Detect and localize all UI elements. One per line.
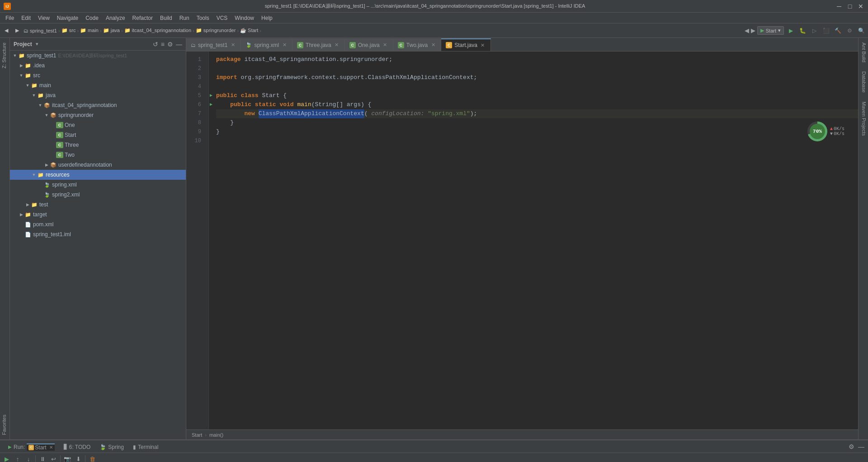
code-line-6: ▶ public static void main ( String[] arg… bbox=[216, 100, 858, 109]
tree-spring-xml[interactable]: 🍃 spring.xml bbox=[10, 180, 186, 190]
bottom-hide-icon[interactable]: — bbox=[858, 443, 864, 450]
run-tab-close[interactable]: ✕ bbox=[49, 445, 53, 450]
menu-code[interactable]: Code bbox=[82, 13, 102, 23]
breadcrumb-pkg[interactable]: 📁 itcast_04_springannotation bbox=[124, 28, 192, 33]
console-play-btn[interactable]: ▶ bbox=[2, 454, 12, 462]
breadcrumb-src[interactable]: 📁 src bbox=[61, 28, 76, 33]
structure-tab[interactable]: Z: Structure bbox=[0, 38, 9, 73]
database-tab[interactable]: Database bbox=[859, 67, 868, 97]
tree-spring2-xml[interactable]: 🍃 spring2.xml bbox=[10, 190, 186, 200]
param-hint: configLocation: bbox=[368, 109, 428, 118]
tree-test[interactable]: ▶ 📁 test bbox=[10, 200, 186, 210]
code-content[interactable]: package itcast_04_springannotation.sprin… bbox=[209, 51, 858, 429]
breadcrumb-java[interactable]: 📁 java bbox=[103, 28, 120, 33]
console-down-btn[interactable]: ↓ bbox=[24, 454, 33, 462]
menu-tools[interactable]: Tools bbox=[193, 13, 213, 23]
tree-one[interactable]: C One bbox=[10, 120, 186, 130]
menu-refactor[interactable]: Refactor bbox=[129, 13, 156, 23]
tree-resources[interactable]: ▼ 📁 resources bbox=[10, 170, 186, 180]
console-scroll-btn[interactable]: ⬇ bbox=[73, 454, 83, 462]
menu-analyze[interactable]: Analyze bbox=[102, 13, 129, 23]
menu-navigate[interactable]: Navigate bbox=[53, 13, 82, 23]
tab-three[interactable]: C Three.java ✕ bbox=[292, 38, 345, 51]
tab-start-close[interactable]: ✕ bbox=[480, 42, 486, 48]
run-config[interactable]: ▶ Start ▾ bbox=[757, 26, 784, 35]
menu-view[interactable]: View bbox=[34, 13, 53, 23]
breadcrumb-file[interactable]: ☕ Start bbox=[240, 28, 258, 33]
bottom-terminal-tab[interactable]: ▮ Terminal bbox=[128, 441, 163, 453]
refresh-icon[interactable]: ↺ bbox=[153, 41, 158, 48]
bottom-spring-tab[interactable]: 🍃 Spring bbox=[95, 441, 128, 453]
run-coverage-button[interactable]: ▷ bbox=[809, 26, 819, 36]
tree-target[interactable]: ▶ 📁 target bbox=[10, 210, 186, 219]
breadcrumb-project[interactable]: 🗂 spring_test1 bbox=[24, 28, 57, 33]
maven-projects-tab[interactable]: Maven Projects bbox=[859, 97, 868, 140]
tree-pom[interactable]: 📄 pom.xml bbox=[10, 219, 186, 229]
tree-two[interactable]: C Two bbox=[10, 150, 186, 160]
menu-help[interactable]: Help bbox=[258, 13, 276, 23]
tree-spring-test1-xml[interactable]: 📄 spring_test1.iml bbox=[10, 229, 186, 239]
settings-icon[interactable]: ⚙ bbox=[167, 41, 173, 48]
ant-build-tab[interactable]: Ant Build bbox=[859, 38, 868, 67]
breadcrumb-subpkg[interactable]: 📁 springrunorder bbox=[196, 28, 236, 33]
bottom-todo-tab[interactable]: ▊ 6: TODO bbox=[59, 441, 95, 453]
tab-one[interactable]: C One.java ✕ bbox=[345, 38, 393, 51]
tab-two[interactable]: C Two.java ✕ bbox=[393, 38, 441, 51]
tab-three-close[interactable]: ✕ bbox=[334, 42, 340, 48]
tree-root[interactable]: ▼ 📁 spring_test1 E:\IDEA\IDEA源码\spring_t… bbox=[10, 51, 186, 61]
menu-run[interactable]: Run bbox=[176, 13, 193, 23]
run-label: Run: bbox=[14, 444, 25, 450]
collapse-icon[interactable]: ≡ bbox=[161, 41, 165, 48]
menu-build[interactable]: Build bbox=[156, 13, 176, 23]
menu-edit[interactable]: Edit bbox=[18, 13, 34, 23]
tab-spring-test1-close[interactable]: ✕ bbox=[230, 42, 236, 48]
tree-main[interactable]: ▼ 📁 main bbox=[10, 80, 186, 90]
menu-vcs[interactable]: VCS bbox=[213, 13, 231, 23]
tree-springrunorder[interactable]: ▼ 📦 springrunorder bbox=[10, 110, 186, 120]
nav-right-icon[interactable]: ▶ bbox=[751, 27, 755, 34]
bottom-settings-icon[interactable]: ⚙ bbox=[849, 443, 854, 450]
tree-start[interactable]: C Start bbox=[10, 130, 186, 140]
project-panel-dropdown[interactable]: ▾ bbox=[36, 41, 38, 47]
console-clear-btn[interactable]: 🗑 bbox=[87, 454, 97, 462]
kw-public-1: public bbox=[216, 91, 237, 100]
tree-target-label: target bbox=[33, 211, 47, 218]
tree-three[interactable]: C Three bbox=[10, 140, 186, 150]
close-button[interactable]: ✕ bbox=[857, 3, 864, 10]
hide-icon[interactable]: — bbox=[176, 41, 182, 48]
tab-one-close[interactable]: ✕ bbox=[382, 42, 388, 48]
tree-pkg[interactable]: ▼ 📦 itcast_04_springannotation bbox=[10, 100, 186, 110]
tree-idea[interactable]: ▶ 📁 .idea bbox=[10, 61, 186, 70]
console-up-btn[interactable]: ↑ bbox=[13, 454, 23, 462]
code-line-7: new ClassPathXmlApplicationContext ( con… bbox=[216, 109, 858, 118]
settings-button[interactable]: ⚙ bbox=[844, 26, 854, 36]
tab-spring-test1[interactable]: 🗂 spring_test1 ✕ bbox=[186, 38, 241, 51]
forward-button[interactable]: ▶ bbox=[13, 27, 22, 34]
search-button[interactable]: 🔍 bbox=[856, 26, 866, 36]
stop-button[interactable]: ⬛ bbox=[821, 26, 831, 36]
sp6 bbox=[255, 109, 259, 118]
console-wrap-btn[interactable]: ↩ bbox=[48, 454, 58, 462]
build-button[interactable]: 🔨 bbox=[833, 26, 843, 36]
back-button[interactable]: ◀ bbox=[2, 27, 11, 34]
tab-spring-xml[interactable]: 🍃 spring.xml ✕ bbox=[241, 38, 292, 51]
favorites-tab[interactable]: Favorites bbox=[0, 410, 9, 439]
run-start-tab[interactable]: C Start ✕ bbox=[27, 443, 54, 451]
debug-button[interactable]: 🐛 bbox=[797, 26, 807, 36]
tree-userdef[interactable]: ▶ 📦 userdefinedannotation bbox=[10, 160, 186, 170]
minimize-button[interactable]: ─ bbox=[835, 3, 843, 10]
run-button[interactable]: ▶ bbox=[786, 26, 796, 36]
console-pause-btn[interactable]: ⏸ bbox=[38, 454, 47, 462]
tab-two-close[interactable]: ✕ bbox=[430, 42, 436, 48]
tab-start[interactable]: C Start.java ✕ bbox=[441, 38, 491, 51]
console-snapshot-btn[interactable]: 📷 bbox=[62, 454, 72, 462]
tree-java[interactable]: ▼ 📁 java bbox=[10, 90, 186, 100]
tab-spring-xml-close[interactable]: ✕ bbox=[281, 42, 288, 48]
breadcrumb-main[interactable]: 📁 main bbox=[80, 28, 99, 33]
maximize-button[interactable]: □ bbox=[846, 3, 854, 10]
menu-file[interactable]: File bbox=[2, 13, 18, 23]
nav-left-icon[interactable]: ◀ bbox=[745, 27, 749, 34]
code-editor[interactable]: 1 2 3 4 5 6 7 8 9 10 package itcast_04_s… bbox=[186, 51, 858, 429]
tree-src[interactable]: ▼ 📁 src bbox=[10, 70, 186, 80]
menu-window[interactable]: Window bbox=[231, 13, 258, 23]
